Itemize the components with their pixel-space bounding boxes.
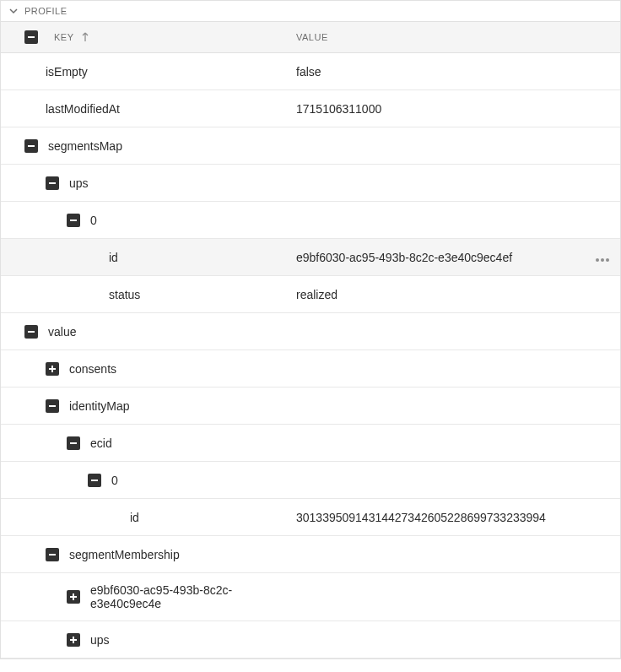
table-row[interactable]: segmentsMap [1, 127, 620, 165]
collapse-icon[interactable] [46, 548, 59, 561]
svg-rect-4 [28, 331, 35, 333]
value-cell: 1715106311000 [296, 102, 620, 116]
column-header-value[interactable]: VALUE [296, 32, 328, 42]
key-label: lastModifiedAt [46, 102, 120, 116]
svg-rect-7 [49, 405, 56, 407]
svg-rect-0 [28, 36, 35, 38]
collapse-icon[interactable] [24, 325, 38, 339]
svg-rect-3 [70, 219, 77, 221]
table-row[interactable]: ecid [1, 425, 620, 462]
key-label: e9bf6030-ac95-493b-8c2c-e3e40c9ec4e [90, 583, 296, 610]
value-cell: 30133950914314427342605228699733233994 [296, 511, 620, 524]
more-actions-icon[interactable] [595, 251, 610, 264]
table-row[interactable]: 0 [1, 462, 620, 499]
section-title: PROFILE [24, 6, 68, 16]
collapse-icon[interactable] [88, 474, 101, 487]
key-label: id [130, 511, 139, 524]
key-label: ups [90, 633, 110, 647]
key-label: ups [69, 176, 89, 190]
table-row[interactable]: identityMap [1, 387, 620, 425]
collapse-icon[interactable] [46, 176, 59, 190]
key-label: 0 [111, 474, 118, 487]
table-row[interactable]: ups [1, 621, 620, 658]
svg-rect-12 [73, 593, 74, 600]
value-cell: realized [296, 288, 620, 301]
key-label: consents [69, 362, 116, 376]
collapse-icon[interactable] [24, 139, 38, 153]
table-row[interactable]: e9bf6030-ac95-493b-8c2c-e3e40c9ec4e [1, 573, 620, 621]
key-label: status [109, 288, 140, 301]
svg-rect-6 [51, 366, 53, 372]
key-label: segmentMembership [69, 548, 180, 561]
svg-rect-8 [70, 442, 77, 444]
svg-rect-10 [49, 554, 56, 555]
sort-ascending-icon [81, 32, 89, 42]
section-header-profile[interactable]: PROFILE [1, 1, 620, 22]
svg-rect-2 [49, 182, 56, 184]
key-label: value [48, 325, 76, 339]
svg-rect-1 [28, 145, 35, 147]
svg-rect-9 [91, 480, 98, 481]
key-label: id [109, 251, 118, 264]
expand-icon[interactable] [46, 362, 59, 376]
expand-icon[interactable] [67, 633, 80, 647]
collapse-all-icon[interactable] [24, 30, 38, 44]
table-header: KEY VALUE [1, 22, 620, 53]
table-row[interactable]: 0 [1, 202, 620, 239]
key-label: 0 [90, 214, 97, 227]
collapse-icon[interactable] [67, 214, 80, 227]
key-label: segmentsMap [48, 139, 122, 153]
table-row[interactable]: id 3013395091431442734260522869973323399… [1, 499, 620, 536]
table-row[interactable]: value [1, 313, 620, 350]
table-row[interactable]: consents [1, 350, 620, 387]
value-cell: e9bf6030-ac95-493b-8c2c-e3e40c9ec4ef [296, 251, 620, 264]
table-row[interactable]: segmentMembership [1, 536, 620, 573]
key-label: identityMap [69, 399, 130, 413]
chevron-down-icon [9, 7, 18, 15]
table-row[interactable]: ups [1, 165, 620, 202]
table-row[interactable]: isEmpty false [1, 53, 620, 90]
key-label: ecid [90, 436, 112, 450]
collapse-icon[interactable] [46, 399, 59, 413]
key-label: isEmpty [46, 65, 88, 79]
value-cell: false [296, 65, 620, 79]
table-row[interactable]: lastModifiedAt 1715106311000 [1, 90, 620, 127]
svg-rect-14 [73, 637, 74, 643]
expand-icon[interactable] [67, 590, 80, 604]
column-header-key[interactable]: KEY [54, 32, 74, 42]
collapse-icon[interactable] [67, 436, 80, 450]
table-row[interactable]: status realized [1, 276, 620, 313]
table-row[interactable]: id e9bf6030-ac95-493b-8c2c-e3e40c9ec4ef [1, 239, 620, 276]
